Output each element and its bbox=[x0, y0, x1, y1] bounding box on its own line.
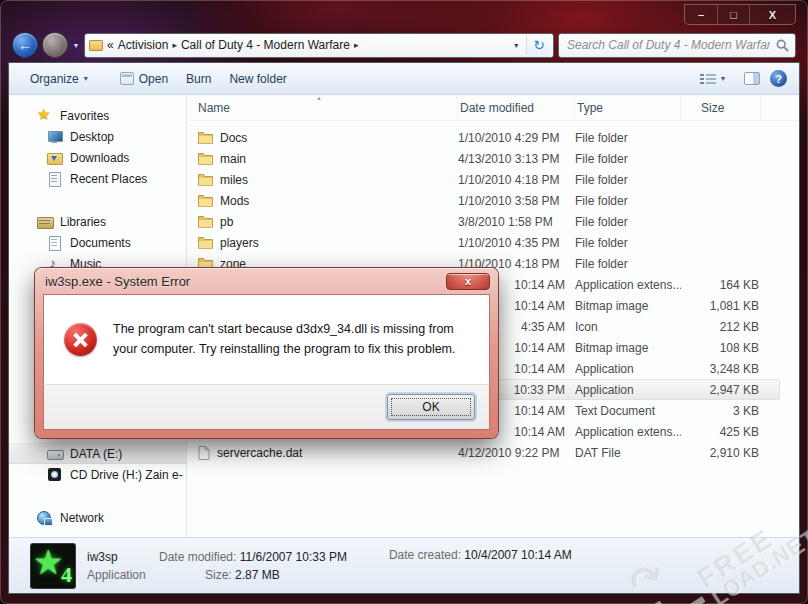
recent-pages-dropdown[interactable]: ▾ bbox=[74, 41, 78, 50]
type-cell: Application bbox=[575, 362, 681, 376]
dialog-title: iw3sp.exe - System Error bbox=[45, 274, 190, 289]
table-row[interactable]: Docs 1/10/2010 4:29 PM File folder bbox=[188, 127, 780, 148]
new-folder-button[interactable]: New folder bbox=[220, 68, 295, 90]
search-input[interactable] bbox=[565, 37, 772, 53]
sidebar-gap bbox=[9, 189, 186, 211]
file-name-cell: Mods bbox=[188, 194, 458, 208]
sidebar-label: Favorites bbox=[60, 109, 109, 123]
date-modified-cell: 3/8/2010 1:58 PM bbox=[458, 215, 575, 229]
command-bar: Organize ▾ Open Burn New folder ▾ ? bbox=[9, 63, 799, 95]
sidebar-label: DATA (E:) bbox=[70, 447, 122, 461]
minimize-icon: – bbox=[698, 9, 704, 21]
breadcrumb-item-activision[interactable]: Activision bbox=[118, 38, 169, 52]
breadcrumb-item-cod4[interactable]: Call of Duty 4 - Modern Warfare bbox=[181, 38, 350, 52]
sidebar-item-downloads[interactable]: Downloads bbox=[9, 147, 186, 168]
close-icon: X bbox=[769, 9, 776, 21]
table-row[interactable]: pb 3/8/2010 1:58 PM File folder bbox=[188, 211, 780, 232]
file-name: players bbox=[220, 236, 259, 250]
sidebar-item-favorites[interactable]: Favorites bbox=[9, 105, 186, 126]
file-name: Mods bbox=[220, 194, 249, 208]
ok-button[interactable]: OK bbox=[387, 394, 475, 420]
date-modified-cell: 1/10/2010 3:58 PM bbox=[458, 194, 575, 208]
sidebar-item-cd-drive-h-zain-e[interactable]: CD Drive (H:) Zain e- bbox=[9, 464, 186, 485]
selected-file-name: iw3sp bbox=[87, 550, 149, 564]
green-star-glyph: ★ bbox=[33, 544, 63, 582]
new-folder-label: New folder bbox=[229, 72, 286, 86]
details-pane: ★ 4 iw3sp Application Date modified: 11/… bbox=[9, 537, 799, 593]
size-label: Size: bbox=[205, 568, 232, 582]
organize-button[interactable]: Organize ▾ bbox=[21, 68, 97, 90]
address-dropdown-icon[interactable]: ▾ bbox=[510, 41, 522, 50]
column-header-date-modified[interactable]: Date modified bbox=[458, 95, 575, 121]
organize-label: Organize bbox=[30, 72, 79, 86]
file-name-cell: servercache.dat bbox=[188, 446, 458, 460]
help-glyph: ? bbox=[775, 73, 782, 85]
file-name-cell: Docs bbox=[188, 131, 458, 145]
date-modified-label: Date modified: bbox=[159, 550, 236, 564]
dialog-title-bar[interactable]: iw3sp.exe - System Error x bbox=[43, 268, 490, 294]
sidebar-item-libraries[interactable]: Libraries bbox=[9, 211, 186, 232]
details-dates-block: Date modified: 11/6/2007 10:33 PM Size: … bbox=[159, 550, 347, 582]
column-header-type[interactable]: Type bbox=[575, 95, 681, 121]
sidebar-item-network[interactable]: Network bbox=[9, 507, 186, 528]
breadcrumb-separator-icon[interactable]: ▸ bbox=[354, 40, 359, 50]
table-row[interactable]: miles 1/10/2010 4:18 PM File folder bbox=[188, 169, 780, 190]
size-cell: 2,947 KB bbox=[681, 383, 761, 397]
preview-pane-icon[interactable] bbox=[744, 72, 760, 85]
back-button[interactable]: ← bbox=[12, 32, 38, 58]
folder-icon bbox=[198, 131, 213, 144]
column-label: Date modified bbox=[460, 101, 534, 115]
open-label: Open bbox=[139, 72, 168, 86]
breadcrumb-overflow-chevron[interactable]: « bbox=[107, 38, 114, 52]
type-cell: File folder bbox=[575, 194, 681, 208]
views-icon bbox=[700, 73, 716, 85]
sidebar-item-recent-places[interactable]: Recent Places bbox=[9, 168, 186, 189]
dialog-close-icon: x bbox=[465, 275, 471, 287]
sidebar-item-data-e[interactable]: DATA (E:) bbox=[9, 443, 186, 464]
change-view-button[interactable]: ▾ bbox=[691, 69, 734, 89]
folder-icon bbox=[198, 173, 213, 186]
forward-button[interactable] bbox=[42, 32, 68, 58]
close-button[interactable]: X bbox=[749, 5, 795, 24]
size-cell: 3 KB bbox=[681, 404, 761, 418]
type-cell: File folder bbox=[575, 215, 681, 229]
open-button[interactable]: Open bbox=[111, 68, 177, 90]
sidebar-item-documents[interactable]: Documents bbox=[9, 232, 186, 253]
chevron-down-icon: ▾ bbox=[721, 74, 725, 83]
size-cell: 3,248 KB bbox=[681, 362, 761, 376]
search-box[interactable] bbox=[558, 33, 796, 58]
burn-button[interactable]: Burn bbox=[177, 68, 220, 90]
date-modified-cell: 4/12/2010 9:22 PM bbox=[458, 446, 575, 460]
sidebar-label: Downloads bbox=[70, 151, 129, 165]
size-value: 2.87 MB bbox=[235, 568, 280, 582]
size-cell: 212 KB bbox=[681, 320, 761, 334]
explorer-window: – □ X ← ▾ « Activision ▸ Call of Duty 4 … bbox=[0, 0, 808, 604]
maximize-button[interactable]: □ bbox=[717, 5, 749, 24]
sidebar-item-desktop[interactable]: Desktop bbox=[9, 126, 186, 147]
file-icon bbox=[198, 446, 210, 460]
table-row[interactable]: players 1/10/2010 4:35 PM File folder bbox=[188, 232, 780, 253]
help-icon[interactable]: ? bbox=[770, 70, 787, 87]
four-glyph: 4 bbox=[61, 562, 72, 588]
table-row[interactable]: Mods 1/10/2010 3:58 PM File folder bbox=[188, 190, 780, 211]
date-modified-cell: 1/10/2010 4:18 PM bbox=[458, 173, 575, 187]
type-cell: Application bbox=[575, 383, 681, 397]
error-message: The program can't start because d3dx9_34… bbox=[113, 320, 465, 359]
address-bar[interactable]: « Activision ▸ Call of Duty 4 - Modern W… bbox=[84, 33, 554, 58]
libraries-icon bbox=[37, 214, 53, 230]
table-row[interactable]: main 4/13/2010 3:13 PM File folder bbox=[188, 148, 780, 169]
table-row[interactable]: servercache.dat 4/12/2010 9:22 PM DAT Fi… bbox=[188, 442, 780, 463]
window-caption-buttons: – □ X bbox=[684, 4, 796, 25]
date-modified-value: 11/6/2007 10:33 PM bbox=[240, 550, 347, 564]
minimize-button[interactable]: – bbox=[685, 5, 717, 24]
date-created-value: 10/4/2007 10:14 AM bbox=[464, 548, 571, 562]
size-cell: 164 KB bbox=[681, 278, 761, 292]
column-header-name[interactable]: Name ▲ bbox=[188, 95, 458, 121]
breadcrumb-separator-icon[interactable]: ▸ bbox=[172, 40, 177, 50]
dialog-footer: OK bbox=[43, 384, 490, 430]
column-header-size[interactable]: Size bbox=[681, 95, 761, 121]
type-cell: File folder bbox=[575, 152, 681, 166]
refresh-icon[interactable]: ↻ bbox=[526, 35, 549, 55]
dialog-close-button[interactable]: x bbox=[446, 273, 490, 290]
error-icon bbox=[64, 323, 97, 356]
